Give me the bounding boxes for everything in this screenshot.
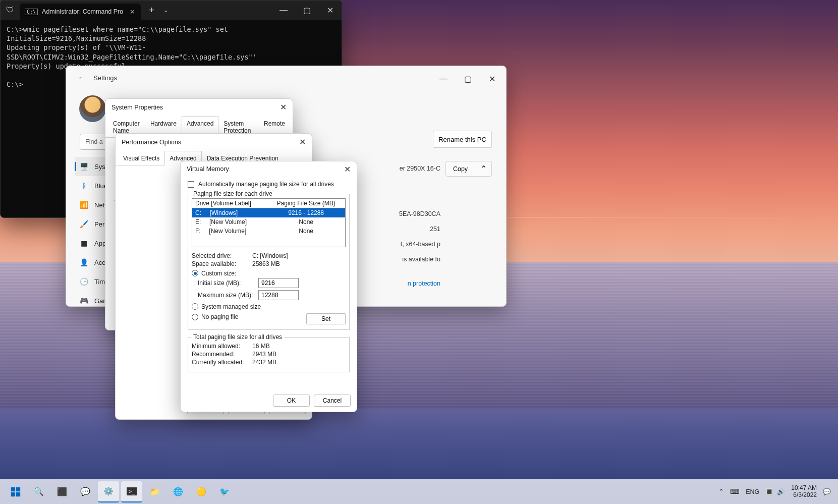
taskview-button[interactable]: ⬛ [51, 481, 73, 502]
wifi-icon: 📶 [80, 201, 88, 209]
close-button[interactable]: ✕ [318, 1, 342, 20]
system-tray[interactable]: 🔳 🔊 [765, 488, 785, 495]
new-tab-button[interactable]: + [144, 5, 159, 16]
set-button[interactable]: Set [306, 313, 346, 324]
search-button[interactable]: 🔍 [28, 481, 49, 502]
gear-icon: ⚙️ [103, 486, 114, 496]
drive-row-e[interactable]: E: [New Volume]None [192, 217, 346, 227]
app-button[interactable]: 🐦 [214, 481, 235, 502]
terminal-button[interactable]: >_ [121, 481, 142, 502]
edge-canary-button[interactable]: 🟡 [191, 481, 212, 502]
close-button[interactable]: ✕ [480, 69, 504, 88]
keyboard-icon[interactable]: ⌨ [730, 488, 740, 495]
brush-icon: 🖌️ [80, 220, 88, 229]
close-button[interactable]: ✕ [275, 100, 291, 115]
bluetooth-icon: ᛒ [80, 182, 88, 190]
system-icon: 🖥️ [80, 162, 88, 171]
svg-rect-2 [11, 492, 15, 496]
apps-icon: ▦ [80, 239, 88, 248]
edge-icon: 🌐 [173, 487, 183, 496]
custom-size-radio[interactable]: Custom size: [192, 270, 236, 277]
ok-button[interactable]: OK [273, 395, 310, 407]
drive-row-c[interactable]: C: [Windows]9216 - 12288 [192, 208, 346, 218]
no-paging-radio[interactable]: No paging file [192, 313, 238, 320]
system-managed-radio[interactable]: System managed size [192, 303, 261, 310]
tray-chevron[interactable]: ⌃ [718, 488, 724, 495]
terminal-tab[interactable]: C:\ Administrator: Command Pro ✕ [20, 4, 141, 20]
rename-pc-button[interactable]: Rename this PC [433, 131, 492, 148]
svg-rect-3 [16, 492, 20, 496]
language-indicator[interactable]: ENG [746, 488, 759, 495]
close-tab-icon[interactable]: ✕ [127, 7, 138, 17]
app-icon: 🐦 [219, 487, 230, 496]
vmem-title: Virtual Memory [187, 165, 340, 173]
back-button[interactable]: ← [78, 73, 85, 82]
shield-icon: 🛡 [1, 6, 20, 15]
account-icon: 👤 [80, 258, 88, 267]
search-icon: 🔍 [34, 487, 44, 496]
windows-icon [10, 486, 21, 497]
settings-button[interactable]: ⚙️ [98, 481, 119, 502]
cmd-icon: C:\ [25, 9, 38, 15]
svg-rect-1 [16, 487, 20, 491]
minimize-button[interactable]: — [272, 1, 295, 20]
perf-title: Performance Options [122, 139, 295, 146]
edge-canary-icon: 🟡 [196, 487, 206, 496]
maximize-button[interactable]: ▢ [295, 1, 318, 20]
start-button[interactable] [5, 481, 26, 502]
sysprop-title: System Properties [111, 104, 275, 111]
terminal-tab-title: Administrator: Command Pro [42, 8, 123, 15]
drive-row-f[interactable]: F: [New Volume]None [192, 227, 346, 236]
minimize-button[interactable]: — [431, 69, 456, 88]
auto-manage-checkbox[interactable]: Automatically manage paging file size fo… [188, 181, 350, 188]
maximize-button[interactable]: ▢ [456, 69, 480, 88]
edge-button[interactable]: 🌐 [167, 481, 189, 502]
cancel-button[interactable]: Cancel [314, 395, 351, 407]
clock-icon: 🕒 [80, 277, 88, 286]
chat-icon: 💬 [80, 487, 90, 496]
terminal-icon: >_ [127, 487, 137, 495]
taskbar-clock[interactable]: 10:47 AM 6/3/2022 [791, 485, 817, 499]
close-button[interactable]: ✕ [340, 161, 355, 177]
volume-icon: 🔊 [777, 488, 785, 495]
taskbar: 🔍 ⬛ 💬 ⚙️ >_ 📁 🌐 🟡 🐦 ⌃ ⌨ ENG 🔳 🔊 10:47 AM… [0, 479, 838, 504]
initial-size-input[interactable] [258, 278, 299, 288]
explorer-button[interactable]: 📁 [144, 481, 165, 502]
maximum-size-input[interactable] [258, 290, 299, 300]
terminal-titlebar: 🛡 C:\ Administrator: Command Pro ✕ + ⌄ —… [1, 1, 342, 20]
close-button[interactable]: ✕ [295, 135, 310, 150]
settings-title: Settings [93, 74, 117, 82]
taskview-icon: ⬛ [57, 487, 67, 496]
drives-table: Drive [Volume Label]Paging File Size (MB… [192, 198, 346, 247]
network-icon: 🔳 [765, 488, 773, 495]
tab-dropdown[interactable]: ⌄ [159, 7, 172, 14]
folder-icon: 📁 [150, 487, 160, 496]
svg-rect-0 [11, 487, 15, 491]
copy-bar: Copy ⌃ [445, 161, 492, 177]
copy-chevron[interactable]: ⌃ [475, 161, 491, 176]
checkbox-icon [188, 181, 194, 188]
gaming-icon: 🎮 [80, 297, 88, 305]
user-avatar[interactable] [79, 95, 106, 122]
tab-visual-effects[interactable]: Visual Effects [118, 151, 164, 165]
notifications-button[interactable]: 💬 [823, 488, 831, 495]
copy-button[interactable]: Copy [446, 161, 475, 176]
chat-button[interactable]: 💬 [75, 481, 96, 502]
virtual-memory-window: Virtual Memory ✕ Automatically manage pa… [180, 161, 357, 412]
